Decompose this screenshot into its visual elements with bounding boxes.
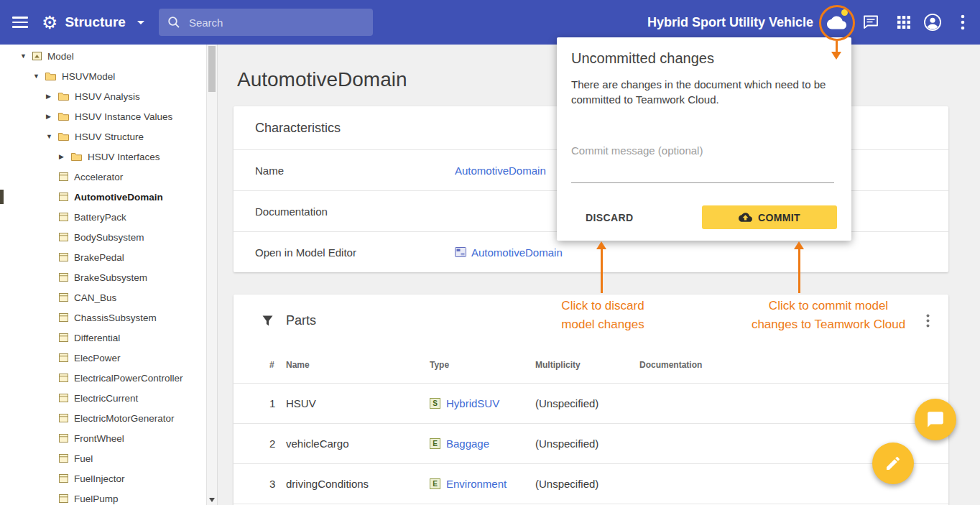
- tree-item[interactable]: BatteryPack: [0, 207, 206, 227]
- tree-item[interactable]: BrakePedal: [0, 247, 206, 267]
- kebab-menu-icon: [961, 14, 965, 30]
- part-name-cell: vehicleCargo: [286, 424, 430, 464]
- tree-item[interactable]: Model: [0, 46, 206, 66]
- parts-table-row[interactable]: 1 HSUV S HybridSUV (Unspecified): [234, 384, 948, 424]
- comments-button[interactable]: [856, 7, 886, 37]
- tree-item[interactable]: FuelInjector: [0, 468, 206, 488]
- popup-title: Uncommitted changes: [571, 50, 837, 67]
- annotation-discard-note: Click to discard model changes: [545, 297, 661, 334]
- part-type-link[interactable]: Environment: [446, 478, 507, 490]
- name-value-link[interactable]: AutomotiveDomain: [455, 165, 546, 177]
- node-icon: [59, 253, 68, 261]
- tree-item[interactable]: Differential: [0, 328, 206, 348]
- tree-item[interactable]: HSUVModel: [0, 66, 206, 86]
- part-multiplicity-cell: (Unspecified): [535, 384, 639, 424]
- tree-item-label: ElectricCurrent: [74, 393, 138, 404]
- node-icon: [59, 353, 68, 362]
- part-type-link[interactable]: Baggage: [446, 437, 489, 450]
- node-icon: [59, 273, 68, 282]
- apps-grid-button[interactable]: [889, 7, 919, 37]
- parts-menu-button[interactable]: [915, 306, 940, 335]
- open-in-editor-link[interactable]: AutomotiveDomain: [471, 246, 563, 259]
- annotation-circle-cloud: [819, 5, 855, 41]
- part-name-cell: drivingConditions: [286, 464, 430, 504]
- more-options-button[interactable]: [951, 7, 974, 37]
- account-icon: [923, 13, 942, 32]
- page-title: AutomotiveDomain: [237, 68, 407, 91]
- scrollbar-thumb[interactable]: [208, 46, 216, 92]
- edit-fab[interactable]: [872, 443, 914, 484]
- tree-item-label: ElectricalPowerController: [74, 373, 183, 384]
- annotation-commit-note: Click to commit model changes to Teamwor…: [739, 297, 918, 334]
- property-label: Name: [255, 165, 455, 177]
- tree-item[interactable]: ElecPower: [0, 348, 206, 368]
- tree-item-label: FrontWheel: [74, 433, 124, 444]
- tree-item-label: ElecPower: [74, 353, 121, 363]
- app-window: ⚙ Structure Hybrid Sport Utility Vehicle: [0, 0, 980, 505]
- part-multiplicity-cell: (Unspecified): [535, 424, 639, 464]
- tree-item[interactable]: Accelerator: [0, 167, 206, 187]
- menu-button[interactable]: [4, 6, 36, 38]
- tree-item-label: BatteryPack: [74, 212, 126, 223]
- property-label: Open in Model Editor: [255, 246, 455, 259]
- filter-icon[interactable]: [262, 315, 273, 326]
- annotation-arrow-up-discard-line: [601, 249, 603, 293]
- search-input[interactable]: [188, 16, 364, 29]
- expand-arrow-icon[interactable]: [46, 93, 58, 100]
- popup-body-text: There are changes in the document which …: [571, 77, 836, 107]
- type-badge-icon: E: [430, 438, 440, 449]
- tree-item[interactable]: BodySubsystem: [0, 227, 206, 247]
- tree-item[interactable]: CAN_Bus: [0, 287, 206, 307]
- parts-table-header-row: # Name Type Multiplicity Documentation: [234, 346, 948, 384]
- column-header: Multiplicity: [535, 346, 639, 384]
- tree-item[interactable]: BrakeSubsystem: [0, 267, 206, 287]
- scroll-down-arrow-icon[interactable]: [209, 498, 215, 502]
- popup-actions: DISCARD COMMIT: [571, 205, 837, 229]
- tree-item[interactable]: HSUV Interfaces: [0, 147, 206, 167]
- tree-item-label: HSUV Structure: [75, 131, 144, 142]
- tree-item[interactable]: HSUV Structure: [0, 126, 206, 147]
- part-type-link[interactable]: HybridSUV: [446, 397, 499, 409]
- tree-item-label: Fuel: [74, 453, 93, 464]
- expand-arrow-icon[interactable]: [46, 133, 58, 140]
- view-switcher-dropdown[interactable]: ⚙ Structure: [42, 14, 144, 32]
- tree-item[interactable]: ElectricalPowerController: [0, 368, 206, 388]
- commit-message-input[interactable]: [571, 142, 834, 183]
- tree-item-label: HSUV Analysis: [75, 91, 140, 102]
- apps-grid-icon: [897, 16, 910, 29]
- expand-arrow-icon[interactable]: [20, 52, 32, 60]
- annotation-text-line: Click to discard: [545, 297, 661, 315]
- parts-table-row[interactable]: 2 vehicleCargo E Baggage (Unspecified): [234, 424, 948, 464]
- tree-item[interactable]: AutomotiveDomain: [0, 187, 206, 207]
- tree-item-label: HSUVModel: [62, 71, 115, 82]
- node-icon: [59, 293, 68, 302]
- tree-item[interactable]: ChassisSubsystem: [0, 307, 206, 328]
- commit-button[interactable]: COMMIT: [702, 205, 837, 229]
- diagram-icon: [455, 247, 466, 257]
- node-icon: [59, 434, 68, 443]
- comments-fab[interactable]: [915, 399, 956, 440]
- tree-item[interactable]: HSUV Instance Values: [0, 106, 206, 126]
- expand-arrow-icon[interactable]: [59, 153, 71, 160]
- discard-button[interactable]: DISCARD: [574, 206, 645, 229]
- node-icon: [59, 333, 68, 342]
- tree-item[interactable]: HSUV Analysis: [0, 86, 206, 106]
- expand-arrow-icon[interactable]: [46, 113, 58, 120]
- tree-item[interactable]: FuelPump: [0, 488, 206, 505]
- account-button[interactable]: [917, 7, 948, 37]
- tree-item-label: BodySubsystem: [74, 232, 144, 243]
- chat-bubble-icon: [926, 410, 945, 429]
- tree-item[interactable]: ElectricCurrent: [0, 388, 206, 408]
- parts-table-row[interactable]: 3 drivingConditions E Environment (Unspe…: [234, 464, 948, 504]
- node-icon: [71, 152, 82, 161]
- sidebar-scrollbar[interactable]: [206, 45, 217, 505]
- tree-item[interactable]: Fuel: [0, 448, 206, 468]
- tree-item[interactable]: FrontWheel: [0, 428, 206, 448]
- node-icon: [59, 394, 68, 402]
- node-icon: [45, 72, 56, 80]
- annotation-text-line: changes to Teamwork Cloud: [739, 315, 918, 334]
- tree-item-label: FuelInjector: [74, 473, 125, 484]
- column-header: Documentation: [639, 346, 948, 384]
- tree-item[interactable]: ElectricMotorGenerator: [0, 408, 206, 428]
- expand-arrow-icon[interactable]: [33, 73, 45, 80]
